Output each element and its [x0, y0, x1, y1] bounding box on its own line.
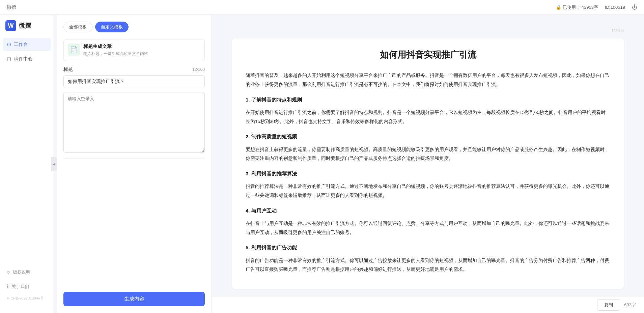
copy-button[interactable]: 复制 [597, 299, 620, 311]
sidebar-label-about: 关于我们 [11, 284, 29, 290]
template-card-desc: 输入标题，一键生成高质量文章内容 [83, 51, 148, 57]
content-area: 全部模板 自定义模板 📄 标题生成文章 输入标题，一键生成高质量文章内容 标题 … [57, 15, 644, 313]
logo-text: 微撰 [19, 22, 31, 30]
template-card-title: 标题生成文章 [83, 44, 148, 50]
article-section-3-body: 抖音的推荐算法是一种非常有效的推广引流方式。通过不断地发布和分享自己的短视频，你… [246, 182, 610, 200]
page-indicator: 11/100 [232, 28, 624, 33]
main-layout: W 微撰 ⊙ 工作台 ◻ 稿件中心 ○ 版权说明 ℹ 关于我们 ©ICP备20 [0, 15, 644, 313]
article-section-5-title: 5. 利用抖音的广告功能 [246, 243, 610, 253]
title-field-label: 标题 [63, 66, 73, 73]
right-panel: 11/100 如何用抖音实现推广引流 随着抖音的普及，越来越多的人开始利用这个短… [212, 15, 644, 313]
logo-icon: W [5, 20, 16, 31]
collapse-sidebar-btn[interactable]: ◀ [51, 157, 57, 171]
sidebar-label-workspace: 工作台 [14, 41, 28, 48]
logo-letter: W [8, 22, 14, 29]
topbar: 微撰 🔒 已使用： 43953字 ID:100519 ⏻ [0, 0, 644, 15]
article-section-5-body: 抖音的广告功能是一种非常有效的推广引流方式。你可以通过广告投放来让更多的人看到你… [246, 256, 610, 274]
form-divider [63, 158, 205, 159]
usage-display: 🔒 已使用： 43953字 [556, 4, 598, 10]
article-section-3-title: 3. 利用抖音的推荐算法 [246, 169, 610, 179]
article-section-1-body: 在开始使用抖音进行推广引流之前，你需要了解抖音的特点和规则。抖音是一个短视频分享… [246, 108, 610, 126]
topbar-title: 微撰 [7, 4, 16, 10]
workspace-icon: ⊙ [7, 41, 11, 48]
usage-value: 43953字 [582, 4, 598, 10]
sidebar-label-drafts: 稿件中心 [14, 56, 33, 62]
copyright-icon: ○ [7, 269, 10, 275]
tab-all-templates[interactable]: 全部模板 [63, 22, 92, 32]
title-input[interactable] [63, 75, 205, 88]
template-tabs: 全部模板 自定义模板 [63, 22, 205, 32]
sidebar-item-workspace[interactable]: ⊙ 工作台 [3, 38, 51, 51]
title-char-count: 12/100 [192, 67, 205, 72]
article-section-2-title: 2. 制作高质量的短视频 [246, 132, 610, 142]
word-count: 693字 [624, 302, 636, 308]
topbar-right: 🔒 已使用： 43953字 ID:100519 ⏻ [556, 4, 637, 10]
form-label-row: 标题 12/100 [63, 66, 205, 73]
article-content-area: 11/100 如何用抖音实现推广引流 随着抖音的普及，越来越多的人开始利用这个短… [212, 15, 644, 296]
about-icon: ℹ [7, 283, 9, 290]
article-section-4-title: 4. 与用户互动 [246, 206, 610, 216]
sidebar-bottom: ○ 版权说明 ℹ 关于我们 ©ICP备2022018946号 [0, 266, 54, 308]
lock-icon: 🔒 [556, 5, 561, 10]
power-icon[interactable]: ⏻ [632, 4, 637, 10]
article-intro: 随着抖音的普及，越来越多的人开始利用这个短视频分享平台来推广自己的产品或服务。抖… [246, 71, 610, 89]
article-section-1-title: 1. 了解抖音的特点和规则 [246, 95, 610, 105]
sidebar-item-drafts[interactable]: ◻ 稿件中心 [3, 52, 51, 65]
article-body: 如何用抖音实现推广引流 随着抖音的普及，越来越多的人开始利用这个短视频分享平台来… [232, 38, 624, 289]
sidebar-nav: ⊙ 工作台 ◻ 稿件中心 [0, 38, 54, 266]
sidebar-label-copyright: 版权说明 [13, 269, 30, 275]
id-badge: ID:100519 [605, 5, 625, 10]
template-card-icon: 📄 [68, 44, 80, 56]
sidebar-item-copyright[interactable]: ○ 版权说明 [3, 266, 51, 279]
article-section-4-body: 在抖音上与用户互动是一种非常有效的推广引流方式。你可以通过回复评论、点赞、分享等… [246, 219, 610, 237]
icp-text: ©ICP备2022018946号 [3, 294, 51, 302]
left-panel: 全部模板 自定义模板 📄 标题生成文章 输入标题，一键生成高质量文章内容 标题 … [57, 15, 212, 313]
template-card-info: 标题生成文章 输入标题，一键生成高质量文章内容 [83, 44, 148, 57]
usage-label: 已使用： [563, 4, 580, 10]
generate-button[interactable]: 生成内容 [63, 292, 205, 306]
right-footer: 复制 693字 [212, 296, 644, 313]
sidebar-logo: W 微撰 [0, 20, 54, 38]
article-title: 如何用抖音实现推广引流 [246, 49, 610, 61]
tab-custom-templates[interactable]: 自定义模板 [95, 22, 129, 32]
article-section-2-body: 要想在抖音上获得更多的流量，你需要制作高质量的短视频。高质量的短视频能够吸引更多… [246, 145, 610, 163]
sidebar: W 微撰 ⊙ 工作台 ◻ 稿件中心 ○ 版权说明 ℹ 关于我们 ©ICP备20 [0, 15, 54, 313]
template-card-title-article[interactable]: 📄 标题生成文章 输入标题，一键生成高质量文章内容 [63, 39, 205, 61]
drafts-icon: ◻ [7, 56, 11, 62]
content-textarea[interactable] [63, 92, 205, 153]
sidebar-item-about[interactable]: ℹ 关于我们 [3, 280, 51, 293]
